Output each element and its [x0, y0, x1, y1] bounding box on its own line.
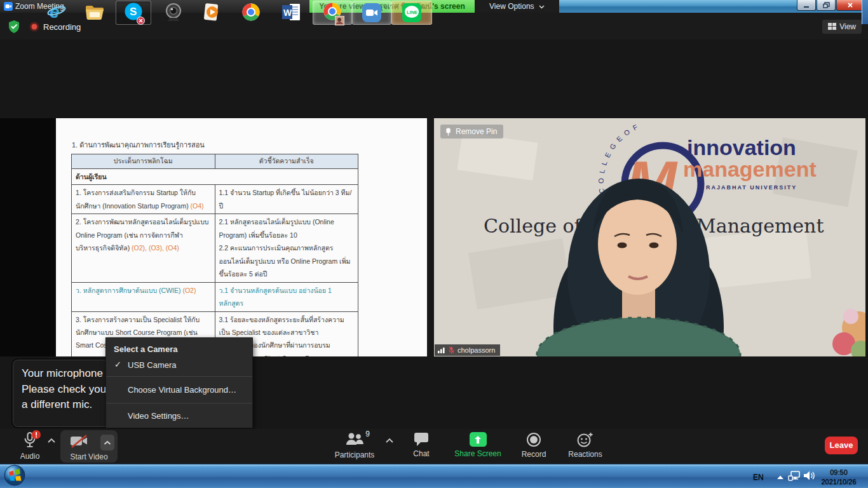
zoom-taskbar-icon — [362, 3, 381, 22]
muted-mic-icon — [449, 346, 454, 354]
taskbar-item-internet-explorer[interactable]: e — [39, 1, 74, 24]
webcam-icon — [163, 3, 184, 22]
start-video-button[interactable]: Start Video — [60, 430, 118, 463]
participants-count: 9 — [365, 430, 370, 438]
chat-label: Chat — [413, 449, 429, 458]
remove-pin-label: Remove Pin — [456, 127, 497, 136]
video-scene: College of Innovation Management C O L L… — [434, 118, 865, 356]
audio-label: Audio — [20, 452, 40, 461]
chat-icon — [413, 432, 430, 447]
table-subheader-cell: ด้านผู้เรียน — [72, 168, 358, 184]
camera-context-menu: Select a Camera ✓ USB Camera Choose Virt… — [105, 337, 253, 428]
chevron-down-icon — [539, 5, 545, 9]
audio-caret[interactable] — [47, 438, 56, 444]
table-row: 2. โครงการพัฒนาหลักสูตรออนไลน์เต็มรูปแบบ… — [72, 214, 358, 282]
reactions-button[interactable]: Reactions — [564, 432, 606, 459]
view-button[interactable]: View — [822, 20, 862, 34]
participants-button[interactable]: 9 Participants — [329, 432, 380, 459]
table-cell: 1.1 จำนวน Startup ที่เกิดขึ้น ไม่น้อยกว่… — [215, 185, 358, 214]
folder-icon — [85, 3, 105, 21]
remove-pin-button[interactable]: Remove Pin — [440, 125, 503, 139]
record-label: Record — [522, 450, 546, 459]
table-cell: ว.1 จำนวนหลักสูตรต้นแบบ อย่างน้อย 1 หลัก… — [215, 282, 358, 311]
table-header-cell: ตัวชี้วัดความสำเร็จ — [215, 154, 358, 169]
taskbar-clock[interactable]: 09:50 2021/10/26 — [818, 468, 859, 487]
windows-taskbar — [0, 464, 868, 488]
share-screen-icon — [470, 432, 487, 447]
taskbar-item-line[interactable]: LINE — [391, 1, 432, 25]
table-row: 1. โครงการส่งเสริมกิจกรรม Startup ให้กับ… — [72, 185, 358, 214]
skype-icon: S — [124, 2, 143, 24]
taskbar-item-file-explorer[interactable] — [78, 1, 112, 24]
close-button[interactable] — [836, 0, 864, 11]
menu-divider — [106, 376, 252, 377]
skype-offline-badge — [137, 17, 145, 25]
table-cell: ว. หลักสูตรการศึกษาต้นแบบ (CWIE) (O2) — [72, 282, 215, 311]
taskbar-item-media-player[interactable] — [194, 1, 229, 24]
zoom-app-icon — [4, 2, 13, 11]
show-desktop-button[interactable] — [862, 0, 868, 24]
network-icon[interactable] — [788, 470, 801, 482]
menu-item-video-settings[interactable]: Video Settings… — [106, 406, 252, 424]
table-cell: 1. โครงการส่งเสริมกิจกรรม Startup ให้กับ… — [72, 185, 215, 214]
line-icon: LINE — [402, 3, 421, 22]
svg-text:e: e — [50, 2, 60, 22]
start-button[interactable] — [1, 464, 28, 487]
table-cell: 2.1 หลักสูตรออนไลน์เต็มรูปแบบ (Online Pr… — [215, 214, 358, 282]
participants-caret[interactable] — [385, 438, 394, 444]
photo-thumbnail — [335, 16, 344, 25]
record-icon — [526, 432, 541, 447]
logo-line2: management — [683, 157, 817, 181]
word-icon: W — [281, 3, 302, 22]
pinned-video-tile: College of Innovation Management C O L L… — [434, 118, 865, 356]
table-header-row: ประเด็นการพลิกโฉม ตัวชี้วัดความสำเร็จ — [72, 154, 358, 169]
document-title: 1. ด้านการพัฒนาคุณภาพการเรียนรู้การสอน — [72, 139, 205, 151]
audio-button[interactable]: Audio — [11, 432, 48, 461]
share-screen-button[interactable]: Share Screen — [451, 432, 505, 458]
windows-start-icon — [4, 464, 25, 486]
table-row-highlighted: ว. หลักสูตรการศึกษาต้นแบบ (CWIE) (O2) ว.… — [72, 282, 358, 311]
media-player-icon — [202, 3, 221, 22]
table-cell: 2. โครงการพัฒนาหลักสูตรออนไลน์เต็มรูปแบบ… — [72, 214, 215, 282]
participant-name: cholpassorn — [458, 346, 495, 354]
pin-icon — [445, 128, 452, 136]
chrome-icon — [241, 3, 261, 22]
tray-date: 2021/10/26 — [818, 477, 859, 487]
chat-button[interactable]: Chat — [405, 432, 437, 458]
check-icon: ✓ — [114, 360, 121, 369]
share-screen-label: Share Screen — [454, 449, 501, 458]
shared-screen-pane: 1. ด้านการพัฒนาคุณภาพการเรียนรู้การสอน ป… — [0, 118, 427, 356]
start-video-label: Start Video — [60, 452, 118, 461]
internet-explorer-icon: e — [46, 2, 67, 22]
view-options-button[interactable]: View Options — [475, 0, 559, 13]
restore-button[interactable] — [817, 0, 836, 11]
audio-error-badge — [32, 430, 41, 439]
svg-text:S: S — [130, 6, 137, 18]
show-hidden-icons-arrow[interactable] — [776, 475, 784, 480]
leave-button[interactable]: Leave — [825, 437, 858, 454]
participants-icon: 9 — [345, 432, 364, 448]
taskbar-item-skype[interactable]: S — [116, 1, 151, 25]
taskbar-item-zoom[interactable] — [352, 1, 391, 25]
taskbar-item-chrome-active[interactable] — [313, 1, 352, 25]
grid-view-icon — [828, 23, 836, 30]
security-shield-icon[interactable] — [8, 20, 20, 36]
menu-item-virtual-background[interactable]: Choose Virtual Background… — [106, 379, 252, 400]
video-caret[interactable] — [100, 435, 114, 451]
taskbar-item-camera-app[interactable] — [156, 1, 191, 24]
document-table: ประเด็นการพลิกโฉม ตัวชี้วัดความสำเร็จ ด้… — [71, 154, 358, 356]
taskbar-item-word[interactable]: W — [275, 1, 309, 24]
logo-line3: RAJABHAT UNIVERSITY — [706, 184, 797, 191]
mic-icon — [23, 432, 37, 449]
menu-divider — [106, 403, 252, 403]
menu-item-usb-camera[interactable]: ✓ USB Camera — [106, 356, 252, 374]
restore-icon — [823, 2, 830, 8]
menu-item-label: Video Settings… — [128, 411, 189, 421]
table-subheader-row: ด้านผู้เรียน — [72, 168, 358, 184]
close-icon — [847, 2, 853, 8]
volume-icon[interactable] — [803, 470, 815, 481]
taskbar-item-chrome[interactable] — [234, 1, 268, 24]
minimize-button[interactable] — [797, 0, 816, 11]
language-indicator[interactable]: EN — [753, 471, 764, 482]
record-button[interactable]: Record — [516, 432, 552, 459]
